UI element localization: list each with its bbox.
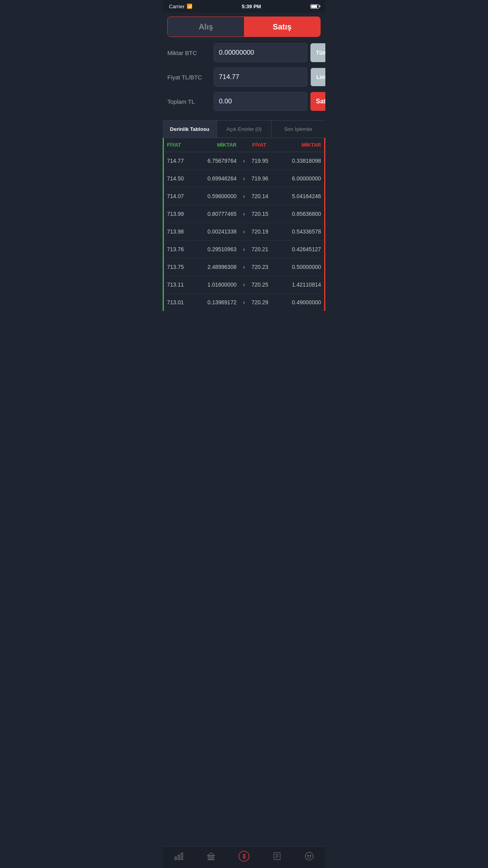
left-amount: 6.75679764 [194,152,240,170]
left-price: 713.98 [164,223,194,241]
fiyat-input[interactable] [214,68,307,86]
left-amount: 0.29510963 [194,241,240,258]
left-price: 714.50 [164,170,194,188]
arrow-icon: › [240,152,248,170]
battery-icon [310,4,319,9]
right-price: 720.29 [248,294,278,311]
miktar-row: Miktar BTC Tüm Bakiye [167,43,321,62]
arrow-icon: › [240,205,248,223]
header-right-fiyat: FİYAT [248,138,278,152]
right-amount: 6.00000000 [278,170,324,188]
toplam-row: Toplam TL Satış Emri Gir [167,92,321,111]
right-amount: 5.04164246 [278,188,324,205]
header-right-miktar: MİKTAR [278,138,324,152]
status-bar: Carrier 📶 5:39 PM [163,0,325,13]
tab-derinlik[interactable]: Derinlik Tablosu [163,121,217,138]
table-row[interactable]: 713.99 0.80777465 › 720.15 0.85636800 [164,205,324,223]
right-amount: 0.54336578 [278,223,324,241]
limit-button[interactable]: Limit [311,68,325,86]
right-amount: 1.42110814 [278,276,324,294]
left-price: 713.75 [164,258,194,276]
depth-table-wrapper: FİYAT MİKTAR FİYAT MİKTAR 714.77 6.75679… [163,138,325,311]
left-price: 713.11 [164,276,194,294]
right-price: 719.95 [248,152,278,170]
table-row[interactable]: 714.07 0.59600000 › 720.14 5.04164246 [164,188,324,205]
right-amount: 0.85636800 [278,205,324,223]
right-amount: 0.42645127 [278,241,324,258]
table-row[interactable]: 713.11 1.01600000 › 720.25 1.42110814 [164,276,324,294]
left-amount: 2.48996308 [194,258,240,276]
limit-piyasa-toggle: Limit Piyasa [310,68,325,86]
table-row[interactable]: 714.50 0.69946264 › 719.96 6.00000000 [164,170,324,188]
status-time: 5:39 PM [242,4,261,9]
table-row[interactable]: 714.77 6.75679764 › 719.95 0.33818098 [164,152,324,170]
left-price: 714.07 [164,188,194,205]
left-price: 714.77 [164,152,194,170]
arrow-icon: › [240,294,248,311]
status-right [310,4,319,9]
left-amount: 1.01600000 [194,276,240,294]
table-row[interactable]: 713.98 0.00241338 › 720.19 0.54336578 [164,223,324,241]
left-price: 713.99 [164,205,194,223]
left-amount: 0.13969172 [194,294,240,311]
left-price: 713.01 [164,294,194,311]
toplam-input[interactable] [214,92,307,111]
table-header-row: FİYAT MİKTAR FİYAT MİKTAR [164,138,324,152]
buy-tab[interactable]: Alış [168,17,244,37]
right-amount: 0.50000000 [278,258,324,276]
right-price: 720.25 [248,276,278,294]
right-price: 720.21 [248,241,278,258]
arrow-icon: › [240,170,248,188]
fiyat-label: Fiyat TL/BTC [167,74,211,81]
table-row[interactable]: 713.01 0.13969172 › 720.29 0.49000000 [164,294,324,311]
arrow-icon: › [240,223,248,241]
buy-sell-tabs: Alış Satış [167,17,321,37]
status-left: Carrier 📶 [169,4,193,9]
miktar-label: Miktar BTC [167,50,211,56]
left-amount: 0.69946264 [194,170,240,188]
arrow-icon: › [240,241,248,258]
right-price: 720.19 [248,223,278,241]
left-amount: 0.59600000 [194,188,240,205]
right-amount: 0.33818098 [278,152,324,170]
table-tabs: Derinlik Tablosu Açık Emirler (0) Son İş… [163,120,325,138]
right-price: 720.14 [248,188,278,205]
right-price: 719.96 [248,170,278,188]
left-price: 713.76 [164,241,194,258]
header-left-miktar: MİKTAR [194,138,240,152]
tum-bakiye-button[interactable]: Tüm Bakiye [310,43,325,62]
miktar-input[interactable] [214,43,307,62]
left-amount: 0.80777465 [194,205,240,223]
right-price: 720.15 [248,205,278,223]
left-amount: 0.00241338 [194,223,240,241]
wifi-icon: 📶 [187,4,193,9]
order-form: Miktar BTC Tüm Bakiye Fiyat TL/BTC Limit… [163,41,325,120]
header-left-fiyat: FİYAT [164,138,194,152]
arrow-icon: › [240,276,248,294]
tab-acik-emirler[interactable]: Açık Emirler (0) [217,121,271,138]
depth-table: FİYAT MİKTAR FİYAT MİKTAR 714.77 6.75679… [164,138,324,311]
satis-emri-button[interactable]: Satış Emri Gir [310,92,325,111]
tab-son-islemler[interactable]: Son İşlemler [272,121,325,138]
right-price: 720.23 [248,258,278,276]
arrow-icon: › [240,188,248,205]
carrier-label: Carrier [169,4,185,9]
right-amount: 0.49000000 [278,294,324,311]
arrow-icon: › [240,258,248,276]
fiyat-row: Fiyat TL/BTC Limit Piyasa [167,68,321,86]
toplam-label: Toplam TL [167,98,211,105]
table-row[interactable]: 713.75 2.48996308 › 720.23 0.50000000 [164,258,324,276]
sell-tab[interactable]: Satış [244,17,320,37]
table-row[interactable]: 713.76 0.29510963 › 720.21 0.42645127 [164,241,324,258]
